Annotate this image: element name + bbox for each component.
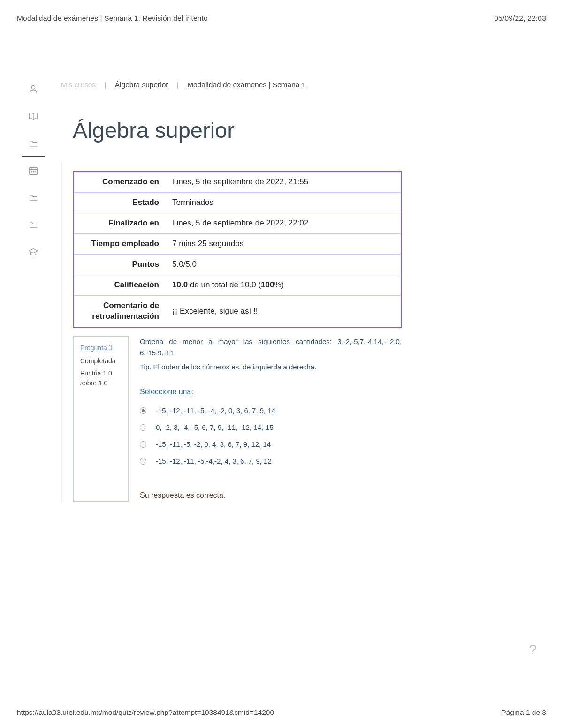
question-number-label: Pregunta 1 — [80, 342, 122, 354]
summary-row-grade: Calificación 10.0 de un total de 10.0 (1… — [74, 275, 401, 296]
footer-url: https://aula03.utel.edu.mx/mod/quiz/revi… — [17, 708, 274, 717]
sidebar-item-folder-2[interactable] — [22, 191, 45, 204]
grade-mid: de un total de 10.0 ( — [188, 280, 261, 289]
folder-icon — [28, 193, 38, 203]
radio-icon[interactable] — [140, 441, 146, 448]
answer-feedback: Su respuesta es correcta. — [140, 489, 402, 502]
breadcrumb-course[interactable]: Álgebra superior — [115, 81, 168, 89]
summary-row-started: Comenzado en lunes, 5 de septiembre de 2… — [74, 172, 401, 193]
radio-icon[interactable] — [140, 424, 146, 431]
question-number: 1 — [109, 343, 113, 352]
svg-point-3 — [33, 171, 33, 171]
sidebar-item-calendar[interactable] — [22, 164, 45, 177]
summary-value: Terminados — [166, 193, 401, 213]
folder-icon — [28, 139, 38, 148]
summary-value: 10.0 de un total de 10.0 (100%) — [166, 275, 401, 295]
main-content: Mis cursos | Álgebra superior | Modalida… — [61, 81, 535, 502]
summary-value: 7 mins 25 segundos — [166, 234, 401, 254]
sidebar-item-graduation[interactable] — [22, 246, 45, 259]
summary-value: ¡¡ Excelente, sigue así !! — [166, 296, 401, 327]
footer-page: Página 1 de 3 — [501, 708, 546, 717]
svg-point-5 — [31, 173, 32, 173]
option-text: -15, -12, -11, -5, -4, -2, 0, 3, 6, 7, 9… — [156, 405, 275, 416]
summary-value: lunes, 5 de septiembre de 2022, 22:02 — [166, 213, 401, 233]
option-row[interactable]: -15, -11, -5, -2, 0, 4, 3, 6, 7, 9, 12, … — [140, 436, 402, 453]
calendar-icon — [28, 165, 38, 176]
summary-row-state: Estado Terminados — [74, 193, 401, 213]
summary-label: Finalizado en — [74, 213, 166, 233]
option-text: 0, -2, 3, -4, -5, 6, 7, 9, -11, -12, 14,… — [156, 422, 274, 433]
option-row[interactable]: -15, -12, -11, -5,-4,-2, 4, 3, 6, 7, 9, … — [140, 453, 402, 470]
question-label-text: Pregunta — [80, 344, 107, 352]
summary-value: lunes, 5 de septiembre de 2022, 21:55 — [166, 172, 401, 192]
doc-title: Modalidad de exámenes | Semana 1: Revisi… — [17, 14, 208, 23]
grade-score: 10.0 — [172, 280, 188, 289]
option-list: -15, -12, -11, -5, -4, -2, 0, 3, 6, 7, 9… — [140, 402, 402, 470]
folder-icon — [28, 220, 38, 230]
user-icon — [28, 84, 38, 94]
svg-point-0 — [31, 86, 35, 89]
graduation-cap-icon — [28, 247, 38, 257]
summary-row-feedback: Comentario de retroalimentación ¡¡ Excel… — [74, 296, 401, 327]
sidebar-item-folder-3[interactable] — [22, 218, 45, 232]
attempt-card: Comenzado en lunes, 5 de septiembre de 2… — [61, 163, 413, 502]
option-row[interactable]: 0, -2, 3, -4, -5, 6, 7, 9, -11, -12, 14,… — [140, 419, 402, 436]
breadcrumb: Mis cursos | Álgebra superior | Modalida… — [61, 81, 535, 89]
doc-datetime: 05/09/22, 22:03 — [494, 14, 546, 23]
breadcrumb-root[interactable]: Mis cursos — [61, 81, 96, 89]
summary-table: Comenzado en lunes, 5 de septiembre de 2… — [73, 171, 402, 328]
question-tip: Tip. El orden de los números es, de izqu… — [140, 361, 402, 373]
summary-label: Calificación — [74, 275, 166, 295]
breadcrumb-item[interactable]: Modalidad de exámenes | Semana 1 — [187, 81, 305, 89]
question-body: Ordena de menor a mayor las siguientes c… — [140, 336, 402, 502]
option-row[interactable]: -15, -12, -11, -5, -4, -2, 0, 3, 6, 7, 9… — [140, 402, 402, 419]
summary-row-time: Tiempo empleado 7 mins 25 segundos — [74, 234, 401, 255]
sidebar-item-folder-active[interactable] — [22, 137, 45, 150]
summary-label: Tiempo empleado — [74, 234, 166, 254]
option-text: -15, -11, -5, -2, 0, 4, 3, 6, 7, 9, 12, … — [156, 439, 271, 450]
question-grade: Puntúa 1.0 sobre 1.0 — [80, 368, 122, 388]
question-info-box: Pregunta 1 Completada Puntúa 1.0 sobre 1… — [73, 336, 129, 502]
sidebar-item-profile[interactable] — [22, 83, 45, 96]
svg-point-7 — [35, 173, 35, 173]
question-block: Pregunta 1 Completada Puntúa 1.0 sobre 1… — [62, 336, 413, 502]
sidebar — [22, 83, 45, 259]
radio-icon[interactable] — [140, 407, 146, 414]
option-text: -15, -12, -11, -5,-4,-2, 4, 3, 6, 7, 9, … — [156, 456, 272, 467]
sidebar-item-book[interactable] — [22, 110, 45, 123]
summary-label: Comenzado en — [74, 172, 166, 192]
radio-icon[interactable] — [140, 458, 146, 465]
svg-point-6 — [33, 173, 33, 173]
select-one-label: Seleccione una: — [140, 386, 402, 398]
print-header: Modalidad de exámenes | Semana 1: Revisi… — [0, 0, 563, 23]
breadcrumb-sep-1: | — [104, 81, 106, 89]
question-prompt: Ordena de menor a mayor las siguientes c… — [140, 336, 402, 359]
grade-percent: 100 — [261, 280, 274, 289]
print-footer: https://aula03.utel.edu.mx/mod/quiz/revi… — [17, 708, 546, 717]
summary-row-finished: Finalizado en lunes, 5 de septiembre de … — [74, 213, 401, 234]
summary-row-points: Puntos 5.0/5.0 — [74, 255, 401, 275]
svg-point-2 — [31, 171, 32, 171]
book-icon — [28, 111, 38, 121]
page-title: Álgebra superior — [73, 117, 535, 143]
breadcrumb-sep-2: | — [177, 81, 179, 89]
summary-value: 5.0/5.0 — [166, 255, 401, 275]
summary-label: Estado — [74, 193, 166, 213]
summary-label: Puntos — [74, 255, 166, 275]
svg-point-4 — [35, 171, 35, 171]
help-icon[interactable]: ? — [529, 642, 537, 658]
summary-label: Comentario de retroalimentación — [74, 296, 166, 327]
grade-post: %) — [274, 280, 284, 289]
question-status: Completada — [80, 356, 122, 366]
